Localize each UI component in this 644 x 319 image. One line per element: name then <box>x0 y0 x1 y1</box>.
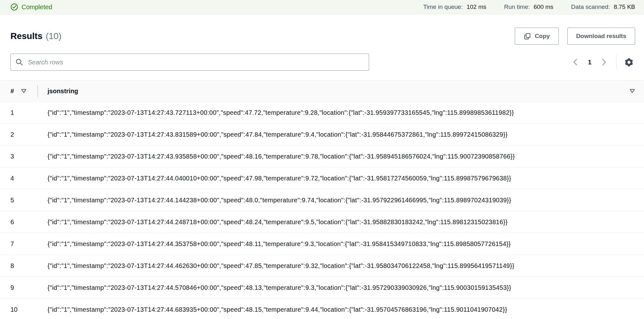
results-title-text: Results <box>10 31 42 41</box>
row-number-cell: 7 <box>10 240 48 248</box>
table-row[interactable]: 8 {"id":"1","timestamp":"2023-07-13T14:2… <box>0 255 644 277</box>
column-header-number-label: # <box>10 88 14 95</box>
table-row[interactable]: 3 {"id":"1","timestamp":"2023-07-13T14:2… <box>0 146 644 167</box>
previous-page-button[interactable] <box>570 56 582 68</box>
copy-button[interactable]: Copy <box>515 28 559 45</box>
row-number-cell: 4 <box>10 175 48 182</box>
table-row[interactable]: 10 {"id":"1","timestamp":"2023-07-13T14:… <box>0 299 644 319</box>
current-page-number[interactable]: 1 <box>588 59 591 66</box>
query-status-bar: Completed Time in queue: 102 ms Run time… <box>0 0 644 14</box>
metric-time-in-queue: Time in queue: 102 ms <box>423 3 486 10</box>
search-icon <box>15 58 23 66</box>
search-box[interactable] <box>10 54 369 71</box>
jsonstring-cell: {"id":"1","timestamp":"2023-07-13T14:27:… <box>48 240 635 248</box>
metric-label: Data scanned: <box>571 3 610 10</box>
results-table: # jsonstring 1 {"id":"1","timestamp":"20… <box>0 80 644 319</box>
column-header-number[interactable]: # <box>10 88 37 95</box>
metric-label: Time in queue: <box>423 3 463 10</box>
metric-run-time: Run time: 600 ms <box>504 3 553 10</box>
search-input[interactable] <box>27 58 364 66</box>
metric-data-scanned: Data scanned: 8.75 KB <box>571 3 635 10</box>
metric-value: 600 ms <box>534 3 553 10</box>
column-header-jsonstring[interactable]: jsonstring <box>38 88 635 95</box>
jsonstring-cell: {"id":"1","timestamp":"2023-07-13T14:27:… <box>48 262 635 270</box>
jsonstring-cell: {"id":"1","timestamp":"2023-07-13T14:27:… <box>48 131 635 138</box>
chevron-left-icon <box>571 57 580 67</box>
jsonstring-cell: {"id":"1","timestamp":"2023-07-13T14:27:… <box>48 197 635 204</box>
query-status: Completed <box>10 3 52 11</box>
filter-triangle-icon[interactable] <box>21 89 27 93</box>
table-row[interactable]: 2 {"id":"1","timestamp":"2023-07-13T14:2… <box>0 124 644 146</box>
row-number-cell: 10 <box>10 306 48 313</box>
pager-divider <box>616 55 616 69</box>
jsonstring-cell: {"id":"1","timestamp":"2023-07-13T14:27:… <box>48 284 635 291</box>
copy-button-label: Copy <box>535 33 550 40</box>
jsonstring-cell: {"id":"1","timestamp":"2023-07-13T14:27:… <box>48 109 635 116</box>
column-header-jsonstring-label: jsonstring <box>48 88 78 95</box>
jsonstring-cell: {"id":"1","timestamp":"2023-07-13T14:27:… <box>48 306 635 313</box>
table-row[interactable]: 1 {"id":"1","timestamp":"2023-07-13T14:2… <box>0 102 644 124</box>
table-row[interactable]: 4 {"id":"1","timestamp":"2023-07-13T14:2… <box>0 167 644 189</box>
row-number-cell: 8 <box>10 262 48 270</box>
table-row[interactable]: 9 {"id":"1","timestamp":"2023-07-13T14:2… <box>0 277 644 299</box>
table-row[interactable]: 6 {"id":"1","timestamp":"2023-07-13T14:2… <box>0 211 644 233</box>
query-metrics: Time in queue: 102 ms Run time: 600 ms D… <box>423 3 635 10</box>
table-row[interactable]: 5 {"id":"1","timestamp":"2023-07-13T14:2… <box>0 189 644 211</box>
table-header-row: # jsonstring <box>0 80 644 102</box>
results-toolbar: 1 <box>0 54 644 71</box>
next-page-button[interactable] <box>598 56 610 68</box>
results-actions: Copy Download results <box>515 28 635 45</box>
check-circle-icon <box>10 3 18 11</box>
row-number-cell: 9 <box>10 284 48 291</box>
download-results-label: Download results <box>576 33 626 40</box>
table-preferences-button[interactable] <box>623 56 635 68</box>
metric-value: 8.75 KB <box>614 3 635 10</box>
filter-triangle-icon[interactable] <box>629 89 635 93</box>
gear-icon <box>624 57 634 67</box>
pagination: 1 <box>570 55 635 69</box>
copy-icon <box>524 33 531 40</box>
row-number-cell: 1 <box>10 109 48 116</box>
metric-label: Run time: <box>504 3 530 10</box>
jsonstring-cell: {"id":"1","timestamp":"2023-07-13T14:27:… <box>48 218 635 226</box>
jsonstring-cell: {"id":"1","timestamp":"2023-07-13T14:27:… <box>48 175 635 182</box>
results-title: Results (10) <box>10 31 61 41</box>
jsonstring-cell: {"id":"1","timestamp":"2023-07-13T14:27:… <box>48 153 635 160</box>
row-number-cell: 3 <box>10 153 48 160</box>
chevron-right-icon <box>599 57 609 67</box>
metric-value: 102 ms <box>467 3 486 10</box>
row-number-cell: 5 <box>10 197 48 204</box>
row-number-cell: 2 <box>10 131 48 138</box>
download-results-button[interactable]: Download results <box>567 28 635 45</box>
row-number-cell: 6 <box>10 218 48 226</box>
status-label: Completed <box>22 3 52 11</box>
table-row[interactable]: 7 {"id":"1","timestamp":"2023-07-13T14:2… <box>0 233 644 255</box>
results-count: (10) <box>46 31 61 41</box>
results-header: Results (10) Copy Download results <box>0 28 644 45</box>
